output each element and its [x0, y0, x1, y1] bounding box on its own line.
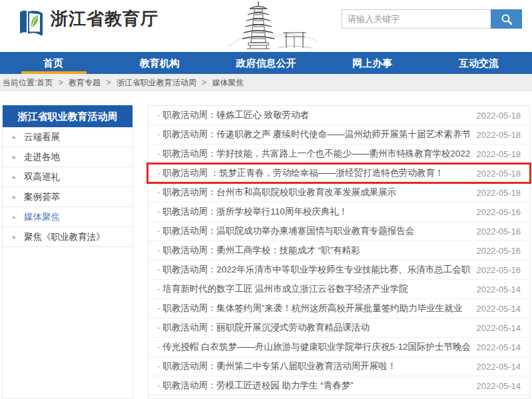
news-row[interactable]: 传光授帽 白衣筑梦——舟山旅游与健康职业学院举行庆祝5·12国际护士节晚会 20…: [148, 338, 529, 357]
chevron-right-icon: ▸: [13, 207, 16, 227]
chevron-right-icon: ▸: [13, 167, 16, 187]
nav-item-gov-info[interactable]: 政府信息公开: [213, 52, 320, 74]
breadcrumb: 当前位置:首页 > 教育专题 > 浙江省职业教育活动周 > 媒体聚焦: [0, 74, 532, 91]
nav-item-interaction[interactable]: 互动交流: [425, 52, 532, 74]
nav-item-label: 首页: [43, 57, 63, 69]
news-row[interactable]: 职教活动周：丽职院开展沉浸式劳动教育精品课活动 2022-05-14: [148, 318, 529, 338]
nav-item-home[interactable]: 首页: [0, 52, 107, 74]
sidebar-item-local-visits[interactable]: ▸ 走进各地: [3, 147, 133, 167]
breadcrumb-separator: >: [59, 78, 63, 87]
news-title: 职教活动周：劳模工匠进校园 助力学生 “青春梦”: [157, 380, 354, 392]
news-date: 2022-05-18: [470, 188, 521, 198]
pagoda-illustration: [222, 0, 318, 51]
news-date: 2022-05-14: [470, 304, 521, 314]
main-nav: 首页 教育机构 政府信息公开 网上办事 互动交流: [0, 52, 532, 74]
sidebar-item-media-focus[interactable]: ▸ 媒体聚焦: [3, 207, 133, 227]
breadcrumb-link-activity-week[interactable]: 浙江省职业教育活动周: [117, 78, 196, 87]
news-row[interactable]: 职教活动周：温职院成功举办柬埔寨国情与职业教育专题报告会 2022-05-16: [148, 222, 529, 241]
breadcrumb-link-home[interactable]: 首页: [37, 78, 53, 87]
news-title: 职教活动周：学好技能，共富路上一个也不能少——衢州市特殊教育学校2022年职业教…: [157, 148, 470, 160]
sidebar-item-case-collection[interactable]: ▸ 案例荟萃: [3, 187, 133, 207]
chevron-right-icon: ▸: [13, 227, 16, 247]
nav-item-label: 互动交流: [459, 57, 499, 69]
site-title: 浙江省教育厅: [51, 7, 158, 31]
news-title: 职教活动周：衢州工商学校：技能成才 “职”有精彩: [157, 244, 360, 256]
news-date: 2022-05-18: [470, 111, 521, 121]
nav-item-institutions[interactable]: 教育机构: [107, 52, 213, 74]
nav-item-label: 网上办事: [352, 57, 392, 69]
sidebar-item-label: 云端看展: [24, 132, 60, 142]
news-title: 职教活动周 ：筑梦正青春，劳动绘幸福——浙经贸打造特色劳动教育！: [157, 167, 444, 179]
chevron-right-icon: ▸: [13, 127, 16, 147]
search-button[interactable]: [491, 9, 522, 29]
search-input[interactable]: [342, 9, 491, 29]
breadcrumb-prefix: 当前位置:: [3, 78, 37, 87]
sidebar-item-label: 聚焦《职业教育法》: [24, 232, 105, 242]
news-title: 职教活动周：2022年乐清市中等职业学校师生专业技能比赛、乐清市总工会职业技术学…: [157, 264, 470, 276]
news-row[interactable]: 职教活动周：锤炼工匠心 致敬劳动者 2022-05-18: [148, 106, 529, 125]
news-date: 2022-05-14: [470, 381, 521, 391]
news-title: 职教活动周：浙所学校举行110周年校庆典礼！: [157, 206, 348, 218]
news-date: 2022-05-16: [470, 246, 521, 256]
news-date: 2022-05-14: [470, 323, 521, 333]
breadcrumb-link-media-focus[interactable]: 媒体聚焦: [212, 78, 244, 87]
news-title: 职教活动周：温职院成功举办柬埔寨国情与职业教育专题报告会: [157, 225, 414, 237]
sidebar-item-label: 案例荟萃: [24, 192, 60, 202]
news-row[interactable]: 职教活动周：衢州工商学校：技能成才 “职”有精彩 2022-05-16: [148, 241, 529, 260]
news-row[interactable]: 职教活动周：集体签约周”来袭！杭州这所高校开展批量签约助力毕业生就业 2022-…: [148, 299, 529, 318]
news-title: 培育新时代的数字工匠 温州市成立浙江云谷数字经济产业学院: [157, 283, 408, 295]
news-row[interactable]: 职教活动周：衢州第二中专第八届职业教育活动周开展啦！ 2022-05-14: [148, 357, 529, 376]
sidebar-item-vocational-education-law[interactable]: ▸ 聚焦《职业教育法》: [3, 227, 133, 247]
news-date: 2022-05-14: [470, 342, 521, 352]
page: 浙江省教育厅: [0, 0, 532, 399]
news-row[interactable]: 培育新时代的数字工匠 温州市成立浙江云谷数字经济产业学院 2022-05-14: [148, 280, 529, 299]
news-date: 2022-05-14: [470, 284, 521, 294]
news-title: 职教活动周：锤炼工匠心 致敬劳动者: [157, 109, 309, 121]
sidebar-item-shuanggao-tour[interactable]: ▸ 双高巡礼: [3, 167, 133, 187]
news-row[interactable]: 职教活动周：浙所学校举行110周年校庆典礼！ 2022-05-16: [148, 202, 529, 222]
sidebar: 浙江省职业教育活动周 ▸ 云端看展 ▸ 走进各地 ▸ 双高巡礼 ▸ 案例荟萃 ▸…: [2, 105, 133, 399]
sidebar-item-label: 媒体聚焦: [24, 212, 60, 222]
site-header: 浙江省教育厅: [0, 0, 532, 52]
sidebar-item-label: 走进各地: [24, 152, 60, 162]
news-date: 2022-05-16: [470, 207, 521, 217]
news-row[interactable]: 职教活动周：2022年乐清市中等职业学校师生专业技能比赛、乐清市总工会职业技术学…: [148, 260, 529, 280]
news-list: 职教活动周：锤炼工匠心 致敬劳动者 2022-05-18 职教活动周：传递职教之…: [148, 105, 530, 399]
search-bar: [342, 9, 522, 29]
news-title: 职教活动周：丽职院开展沉浸式劳动教育精品课活动: [157, 322, 370, 334]
news-title: 职教活动周：集体签约周”来袭！杭州这所高校开展批量签约助力毕业生就业: [157, 302, 462, 314]
breadcrumb-link-topics[interactable]: 教育专题: [69, 78, 101, 87]
news-title: 传光授帽 白衣筑梦——舟山旅游与健康职业学院举行庆祝5·12国际护士节晚会: [157, 341, 470, 353]
search-icon: [500, 13, 513, 26]
nav-item-label: 教育机构: [140, 57, 180, 69]
sidebar-title: 浙江省职业教育活动周: [3, 105, 133, 127]
breadcrumb-separator: >: [106, 78, 111, 87]
news-date: 2022-05-16: [470, 226, 521, 236]
news-date: 2022-05-14: [470, 362, 521, 372]
site-logo-book-icon: [18, 9, 45, 37]
chevron-right-icon: ▸: [13, 147, 16, 167]
news-row-highlighted[interactable]: 职教活动周 ：筑梦正青春，劳动绘幸福——浙经贸打造特色劳动教育！ 2022-05…: [148, 164, 529, 183]
news-row[interactable]: 职教活动周：劳模工匠进校园 助力学生 “青春梦” 2022-05-14: [148, 376, 529, 396]
news-row[interactable]: 职教活动周：台州市和高职院校职业教育改革发展成果展示 2022-05-18: [148, 183, 529, 202]
news-date: 2022-05-18: [470, 169, 521, 179]
breadcrumb-separator: >: [202, 78, 206, 87]
news-date: 2022-05-18: [470, 149, 521, 159]
news-row[interactable]: 职教活动周：学好技能，共富路上一个也不能少——衢州市特殊教育学校2022年职业教…: [148, 145, 529, 164]
sidebar-item-label: 双高巡礼: [24, 172, 60, 182]
chevron-right-icon: ▸: [13, 187, 16, 207]
news-title: 职教活动周：台州市和高职院校职业教育改革发展成果展示: [157, 187, 396, 199]
news-date: 2022-05-18: [470, 130, 521, 140]
news-title: 职教活动周：传递职教之声 赓续时代使命——温州幼师开展第十届艺术素养节比赛暨职业…: [157, 129, 470, 141]
nav-item-label: 政府信息公开: [236, 57, 296, 69]
news-date: 2022-05-16: [470, 265, 521, 275]
sidebar-item-cloud-exhibition[interactable]: ▸ 云端看展: [3, 127, 133, 147]
news-title: 职教活动周：衢州第二中专第八届职业教育活动周开展啦！: [157, 360, 396, 372]
nav-item-online-services[interactable]: 网上办事: [319, 52, 425, 74]
news-row[interactable]: 职教活动周：传递职教之声 赓续时代使命——温州幼师开展第十届艺术素养节比赛暨职业…: [148, 125, 529, 145]
